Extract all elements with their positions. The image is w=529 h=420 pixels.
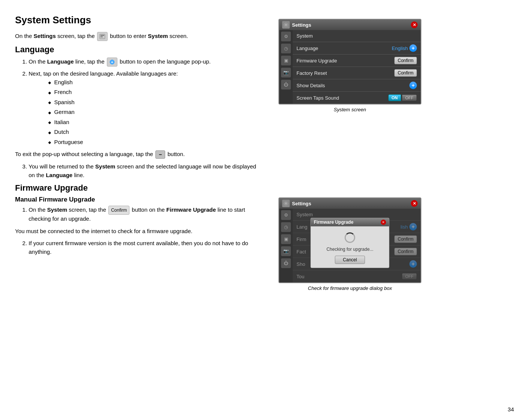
svg-point-5 xyxy=(285,24,287,26)
show-details-label: Show Details xyxy=(296,83,325,88)
language-step3-list: You will be returned to the System scree… xyxy=(29,162,263,179)
dialog-cancel-btn[interactable]: Cancel xyxy=(335,256,365,264)
language-row[interactable]: Language English + xyxy=(293,42,421,55)
device-rows-1: System Language English + Firmwa xyxy=(293,30,421,104)
system-screen-section: Settings ✕ ⚙ ◷ ▣ 📷 ⏻ xyxy=(278,19,421,118)
sidebar-icon-settings[interactable]: ⚙ xyxy=(281,32,291,41)
sidebar-icon-clock[interactable]: ◷ xyxy=(281,44,291,53)
language-step-2: Next, tap on the desired language. Avail… xyxy=(29,70,263,146)
language-bold-1: Language xyxy=(47,58,74,65)
dialog-title: Firmware Upgrade xyxy=(314,220,353,225)
language-step-3: You will be returned to the System scree… xyxy=(29,162,263,179)
lang-dutch: Dutch xyxy=(48,128,263,136)
dialog-close-btn[interactable]: ✕ xyxy=(381,220,386,225)
manual-firmware-title: Manual Firmware Upgrade xyxy=(15,196,263,203)
tou-row-label-2: Tou xyxy=(296,274,304,279)
titlebar-left-1: Settings xyxy=(282,21,311,29)
lish-value: lish xyxy=(400,224,408,230)
svg-rect-1 xyxy=(100,35,104,36)
confirm-btn-inline[interactable]: Confirm xyxy=(108,206,129,215)
system-settings-intro: On the Settings screen, tap the button t… xyxy=(15,32,263,41)
system-settings-title: System Settings xyxy=(15,14,263,26)
sidebar-icon-image[interactable]: ▣ xyxy=(281,56,291,65)
firmware-note: You must be connected to the internet to… xyxy=(15,227,263,236)
firmware-dialog-device: Settings ✕ ⚙ ◷ ▣ 📷 ⏻ xyxy=(278,197,421,283)
lang-german: German xyxy=(48,108,263,117)
screen-taps-label: Screen Taps Sound xyxy=(296,95,339,101)
language-row-label: Language xyxy=(296,45,318,51)
language-title: Language xyxy=(15,45,263,55)
sidebar-icon-camera[interactable]: 📷 xyxy=(281,68,291,77)
titlebar-title-1: Settings xyxy=(292,22,311,28)
firmware-step-1: On the System screen, tap the Confirm bu… xyxy=(29,206,263,223)
left-content: System Settings On the Settings screen, … xyxy=(15,11,271,409)
system-bold-3: System xyxy=(47,206,67,213)
firm-confirm-btn-2[interactable]: Confirm xyxy=(394,235,417,243)
titlebar-title-2: Settings xyxy=(292,201,311,206)
sidebar-icon-clock-2[interactable]: ◷ xyxy=(281,222,291,232)
firmware-dialog-section: Settings ✕ ⚙ ◷ ▣ 📷 ⏻ xyxy=(278,197,421,297)
sidebar-icon-image-2[interactable]: ▣ xyxy=(281,234,291,244)
device-titlebar-1: Settings ✕ xyxy=(279,20,421,30)
language-step-1: On the Language line, tap the + button t… xyxy=(29,58,263,67)
lang-french: French xyxy=(48,88,263,97)
sidebar-icon-plug-2[interactable]: ⏻ xyxy=(281,258,291,268)
factory-row[interactable]: Factory Reset Confirm xyxy=(293,67,421,79)
fact-row-label-2: Fact xyxy=(296,249,306,255)
exit-popup-text: To exit the pop-up without selecting a l… xyxy=(15,150,263,159)
settings-bold: Settings xyxy=(33,33,56,39)
firmware-confirm-btn[interactable]: Confirm xyxy=(394,57,417,64)
sho-plus-btn-2[interactable]: + xyxy=(409,260,417,268)
lang-english: English xyxy=(48,78,263,87)
factory-confirm-btn[interactable]: Confirm xyxy=(394,69,417,77)
lang-spanish: Spanish xyxy=(48,98,263,107)
firmware-steps-list: On the System screen, tap the Confirm bu… xyxy=(29,206,263,223)
language-plus-btn[interactable]: + xyxy=(409,44,417,52)
show-details-row[interactable]: Show Details + xyxy=(293,79,421,92)
system-icon-btn[interactable] xyxy=(97,32,108,41)
firmware-dialog-caption: Check for firmware upgrade dialog box xyxy=(308,285,392,291)
svg-point-6 xyxy=(285,202,287,205)
page-number: 34 xyxy=(508,406,514,412)
right-content: Settings ✕ ⚙ ◷ ▣ 📷 ⏻ xyxy=(271,11,429,409)
off-btn[interactable]: OFF xyxy=(402,94,417,101)
settings-icon xyxy=(282,21,290,29)
plus-icon-btn[interactable]: + xyxy=(107,58,117,67)
dialog-body: Checking for upgrade... Cancel xyxy=(311,226,389,268)
firmware-dialog: Firmware Upgrade ✕ Checking for upgrade.… xyxy=(310,218,389,268)
screen-taps-row[interactable]: Screen Taps Sound ON OFF xyxy=(293,92,421,104)
factory-row-label: Factory Reset xyxy=(296,70,327,76)
sidebar-icon-camera-2[interactable]: 📷 xyxy=(281,246,291,256)
english-value: English xyxy=(392,45,408,51)
on-off-toggle[interactable]: ON OFF xyxy=(388,94,417,101)
svg-text:+: + xyxy=(111,60,113,64)
sidebar-icon-settings-2[interactable]: ⚙ xyxy=(281,210,291,220)
dialog-checking-text: Checking for upgrade... xyxy=(327,247,374,252)
svg-rect-2 xyxy=(100,36,103,37)
firm-row-label-2: Firm xyxy=(296,237,306,242)
language-bold-2: Language xyxy=(46,172,73,178)
tou-row-2: Tou OFF xyxy=(293,270,421,282)
language-steps-list: On the Language line, tap the + button t… xyxy=(29,58,263,146)
titlebar-close-2[interactable]: ✕ xyxy=(411,200,418,207)
firmware-upgrade-title: Firmware Upgrade xyxy=(15,183,263,193)
show-details-btn[interactable]: + xyxy=(409,82,417,89)
minus-icon-btn[interactable]: − xyxy=(155,150,165,159)
sidebar-icons-2: ⚙ ◷ ▣ 📷 ⏻ xyxy=(279,209,293,282)
system-screen-caption: System screen xyxy=(334,107,366,112)
device-body-2: ⚙ ◷ ▣ 📷 ⏻ System Lang xyxy=(279,209,421,282)
firmware-row[interactable]: Firmware Upgrade Confirm xyxy=(293,55,421,67)
system-row-label-2: System xyxy=(296,212,313,217)
on-btn[interactable]: ON xyxy=(388,94,401,101)
sho-row-label-2: Sho xyxy=(296,261,305,267)
system-row: System xyxy=(293,30,421,42)
titlebar-close-1[interactable]: ✕ xyxy=(411,21,418,28)
lang-portuguese: Portuguese xyxy=(48,138,263,147)
settings-icon-2 xyxy=(282,200,290,207)
language-list: English French Spanish German Italian Du… xyxy=(48,78,263,147)
fact-confirm-btn-2[interactable]: Confirm xyxy=(394,248,417,255)
off-btn-2[interactable]: OFF xyxy=(402,273,417,280)
sidebar-icon-plug[interactable]: ⏻ xyxy=(281,80,291,89)
lang-plus-btn-2[interactable]: + xyxy=(409,223,417,230)
dialog-spinner xyxy=(345,232,355,243)
